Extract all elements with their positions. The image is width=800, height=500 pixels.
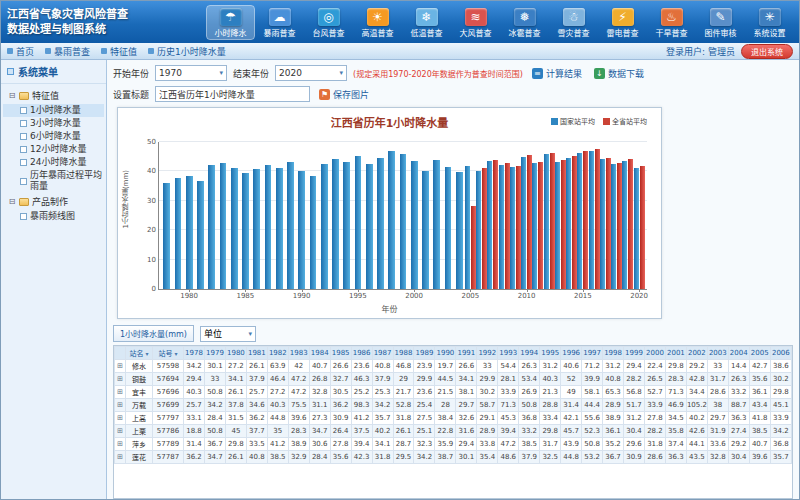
year-column-header[interactable]: 1996 xyxy=(561,347,582,360)
bar-national-avg[interactable] xyxy=(611,164,616,289)
bar-national-avg[interactable] xyxy=(197,181,204,289)
bar-group[interactable] xyxy=(611,142,622,289)
bar-national-avg[interactable] xyxy=(298,171,305,289)
toolbar-item-typhoon[interactable]: ◎台风普查 xyxy=(305,6,352,39)
breadcrumb-item-3[interactable]: 历史1小时降水量 xyxy=(148,45,226,58)
bar-national-avg[interactable] xyxy=(242,173,249,289)
table-row[interactable]: 万载5769925.734.237.834.640.375.531.136.29… xyxy=(115,399,792,412)
bar-national-avg[interactable] xyxy=(499,165,504,289)
bar-group[interactable] xyxy=(375,142,386,289)
breadcrumb-item-0[interactable]: 首页 xyxy=(7,45,34,58)
year-column-header[interactable]: 1981 xyxy=(246,347,267,360)
bar-national-avg[interactable] xyxy=(287,162,294,289)
save-image-button[interactable]: ⚑ 保存图片 xyxy=(316,87,372,102)
checkbox-icon[interactable] xyxy=(20,159,27,166)
breadcrumb-item-2[interactable]: 特征值 xyxy=(101,45,137,58)
toolbar-item-hail[interactable]: ❅冰雹普查 xyxy=(501,6,548,39)
bar-group[interactable] xyxy=(510,142,521,289)
table-row[interactable]: 莲花5778736.234.726.140.838.532.928.435.64… xyxy=(115,451,792,464)
tree-item[interactable]: 12小时降水量 xyxy=(3,143,104,156)
bar-group[interactable] xyxy=(161,142,172,289)
table-row[interactable]: 上栗5778618.850.84537.73528.334.726.437.54… xyxy=(115,425,792,438)
bar-national-avg[interactable] xyxy=(445,167,452,289)
bar-national-avg[interactable] xyxy=(532,163,537,289)
year-column-header[interactable]: 1979 xyxy=(204,347,225,360)
bar-national-avg[interactable] xyxy=(566,158,571,289)
bar-group[interactable] xyxy=(454,142,465,289)
data-type-button[interactable]: 1小时降水量(mm) xyxy=(113,325,194,342)
year-column-header[interactable]: 1978 xyxy=(184,347,205,360)
bar-group[interactable] xyxy=(442,142,453,289)
year-column-header[interactable]: 1995 xyxy=(540,347,561,360)
bar-national-avg[interactable] xyxy=(310,176,317,289)
data-table-container[interactable]: 站名站号197819791980198119821983198419851986… xyxy=(113,345,793,499)
chart-title-input[interactable] xyxy=(155,86,310,102)
bar-group[interactable]: 2010 xyxy=(521,142,532,289)
expand-row-icon[interactable] xyxy=(115,399,126,412)
bar-group[interactable] xyxy=(206,142,217,289)
year-column-header[interactable]: 1982 xyxy=(267,347,288,360)
breadcrumb-item-1[interactable]: 暴雨普查 xyxy=(45,45,90,58)
expand-row-icon[interactable] xyxy=(115,373,126,386)
year-column-header[interactable]: 2000 xyxy=(644,347,665,360)
toolbar-item-high-temp[interactable]: ☀高温普查 xyxy=(354,6,401,39)
expand-row-icon[interactable] xyxy=(115,438,126,451)
bar-province-avg[interactable] xyxy=(640,166,645,289)
expand-row-icon[interactable] xyxy=(115,412,126,425)
bar-national-avg[interactable] xyxy=(622,161,627,289)
bar-national-avg[interactable] xyxy=(175,178,182,289)
calculate-button[interactable]: ≡ 计算结果 xyxy=(529,66,585,81)
year-column-header[interactable]: 1984 xyxy=(309,347,330,360)
table-row[interactable]: 萍乡5778931.436.729.833.541.238.930.627.83… xyxy=(115,438,792,451)
bar-national-avg[interactable] xyxy=(487,161,492,289)
toolbar-item-wind[interactable]: ≋大风普查 xyxy=(452,6,499,39)
bar-group[interactable] xyxy=(487,142,498,289)
checkbox-icon[interactable] xyxy=(20,213,27,220)
bar-group[interactable] xyxy=(307,142,318,289)
bar-group[interactable] xyxy=(386,142,397,289)
bar-national-avg[interactable] xyxy=(433,160,440,289)
year-column-header[interactable]: 2002 xyxy=(686,347,707,360)
toolbar-item-drought[interactable]: ♨干旱普查 xyxy=(648,6,695,39)
year-column-header[interactable]: 2006 xyxy=(770,347,791,360)
table-row[interactable]: 修水5759834.230.127.226.163.94240.726.623.… xyxy=(115,360,792,373)
bar-national-avg[interactable] xyxy=(388,151,395,289)
bar-national-avg[interactable] xyxy=(343,162,350,289)
bar-group[interactable] xyxy=(319,142,330,289)
year-column-header[interactable]: 1999 xyxy=(624,347,645,360)
year-column-header[interactable]: 1994 xyxy=(519,347,540,360)
bar-group[interactable]: 1980 xyxy=(184,142,195,289)
bar-national-avg[interactable] xyxy=(355,156,362,289)
year-column-header[interactable]: 1987 xyxy=(372,347,393,360)
year-column-header[interactable]: 1993 xyxy=(498,347,519,360)
year-column-header[interactable]: 1986 xyxy=(351,347,372,360)
tree-folder[interactable]: ⊟产品制作 xyxy=(3,193,104,210)
bar-group[interactable]: 2015 xyxy=(577,142,588,289)
tree-item[interactable]: 3小时降水量 xyxy=(3,117,104,130)
expand-row-icon[interactable] xyxy=(115,360,126,373)
bar-national-avg[interactable] xyxy=(544,154,549,289)
bar-group[interactable] xyxy=(251,142,262,289)
bar-group[interactable] xyxy=(285,142,296,289)
bar-group[interactable]: 2005 xyxy=(465,142,476,289)
bar-group[interactable]: 1990 xyxy=(296,142,307,289)
year-column-header[interactable]: 2003 xyxy=(707,347,728,360)
station-id-header[interactable]: 站号 xyxy=(153,347,184,360)
toolbar-item-snow[interactable]: ☃雪灾普查 xyxy=(550,6,597,39)
bar-national-avg[interactable] xyxy=(465,166,470,289)
expand-row-icon[interactable] xyxy=(115,386,126,399)
checkbox-icon[interactable] xyxy=(20,133,27,140)
bar-group[interactable] xyxy=(431,142,442,289)
bar-national-avg[interactable] xyxy=(577,153,582,289)
bar-national-avg[interactable] xyxy=(600,159,605,289)
table-row[interactable]: 宜丰5769640.350.826.125.727.247.232.830.52… xyxy=(115,386,792,399)
year-column-header[interactable]: 1991 xyxy=(456,347,477,360)
bar-group[interactable] xyxy=(589,142,600,289)
year-column-header[interactable]: 1985 xyxy=(330,347,351,360)
bar-national-avg[interactable] xyxy=(220,163,227,289)
bar-national-avg[interactable] xyxy=(400,154,407,289)
checkbox-icon[interactable] xyxy=(20,120,27,127)
expander-icon[interactable]: ⊟ xyxy=(8,197,16,206)
bar-national-avg[interactable] xyxy=(422,171,429,289)
bar-group[interactable] xyxy=(420,142,431,289)
